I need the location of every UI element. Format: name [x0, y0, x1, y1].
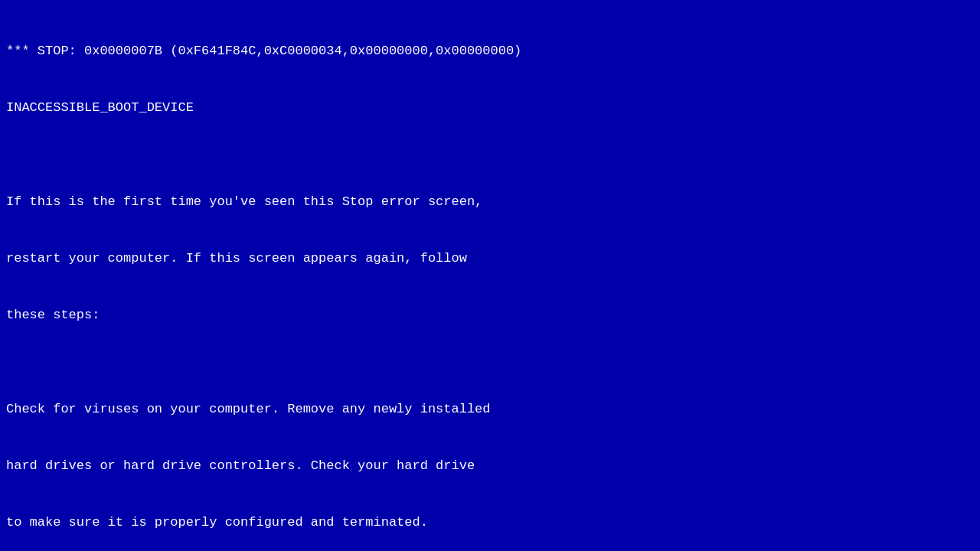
these-steps-line: these steps: [6, 306, 974, 325]
check-viruses-line3: to make sure it is properly configured a… [6, 514, 974, 533]
first-time-line1: If this is the first time you've seen th… [6, 193, 974, 212]
check-viruses-line1: Check for viruses on your computer. Remo… [6, 400, 974, 419]
error-code-name: INACCESSIBLE_BOOT_DEVICE [6, 99, 974, 118]
first-time-line2: restart your computer. If this screen ap… [6, 249, 974, 269]
bsod-screen: *** STOP: 0x0000007B (0xF641F84C,0xC0000… [0, 0, 980, 551]
stop-error-line: *** STOP: 0x0000007B (0xF641F84C,0xC0000… [6, 42, 974, 61]
check-viruses-line2: hard drives or hard drive controllers. C… [6, 457, 974, 476]
